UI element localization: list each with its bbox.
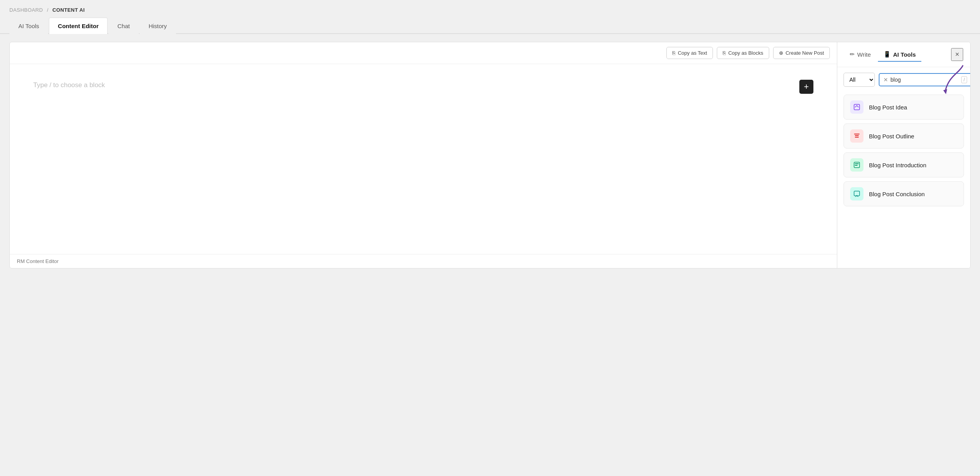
blog-post-conclusion-icon [850, 187, 863, 200]
close-button[interactable]: × [951, 48, 963, 61]
ai-tab-write[interactable]: ✏ Write [844, 48, 876, 62]
tool-blog-post-introduction[interactable]: Blog Post Introduction [844, 152, 964, 177]
copy-as-text-button[interactable]: ⎘ Copy as Text [666, 47, 713, 59]
copy-blocks-icon: ⎘ [723, 50, 726, 56]
editor-footer-label: RM Content Editor [17, 258, 59, 264]
svg-rect-3 [855, 135, 859, 136]
copy-as-blocks-button[interactable]: ⎘ Copy as Blocks [717, 47, 769, 59]
blog-post-idea-icon [850, 100, 863, 114]
editor-panel: ⎘ Copy as Text ⎘ Copy as Blocks ⊕ Create… [10, 42, 837, 268]
write-tab-label: Write [857, 51, 871, 58]
editor-footer: RM Content Editor [10, 254, 837, 268]
copy-blocks-label: Copy as Blocks [728, 50, 763, 56]
svg-rect-7 [855, 165, 858, 166]
svg-rect-2 [854, 134, 860, 134]
blog-post-outline-icon [850, 129, 863, 143]
ai-panel-header: ✏ Write 📱 AI Tools × [837, 42, 970, 67]
tool-blog-post-conclusion[interactable]: Blog Post Conclusion [844, 181, 964, 206]
copy-text-label: Copy as Text [678, 50, 707, 56]
search-input[interactable] [890, 77, 959, 83]
create-new-post-button[interactable]: ⊕ Create New Post [773, 47, 830, 59]
ai-tab-aitools[interactable]: 📱 AI Tools [878, 48, 921, 62]
tab-ai-tools[interactable]: AI Tools [9, 18, 48, 34]
breadcrumb-current: CONTENT AI [52, 7, 85, 13]
blog-post-conclusion-label: Blog Post Conclusion [869, 191, 925, 197]
filter-select[interactable]: All Blog Social Email [844, 73, 875, 87]
aitools-tab-label: AI Tools [893, 51, 916, 58]
breadcrumb-separator: / [47, 7, 48, 13]
breadcrumb: DASHBOARD / CONTENT AI [0, 0, 980, 17]
blog-post-idea-label: Blog Post Idea [869, 104, 907, 111]
ai-panel: ✏ Write 📱 AI Tools × All Blog Social Ema… [837, 42, 970, 268]
search-input-wrap: ✕ / [879, 73, 971, 86]
tab-history[interactable]: History [140, 18, 176, 34]
blog-post-introduction-label: Blog Post Introduction [869, 162, 926, 168]
main-content: ⎘ Copy as Text ⎘ Copy as Blocks ⊕ Create… [0, 34, 980, 276]
editor-container: ⎘ Copy as Text ⎘ Copy as Blocks ⊕ Create… [9, 42, 971, 268]
blog-post-introduction-icon [850, 158, 863, 172]
editor-toolbar: ⎘ Copy as Text ⎘ Copy as Blocks ⊕ Create… [10, 42, 837, 64]
add-block-icon: + [804, 82, 809, 91]
tool-blog-post-idea[interactable]: Blog Post Idea [844, 95, 964, 120]
create-post-icon: ⊕ [779, 50, 783, 56]
clear-search-icon[interactable]: ✕ [883, 77, 888, 83]
copy-text-icon: ⎘ [672, 50, 675, 56]
ai-search-row: All Blog Social Email ✕ / [837, 67, 970, 92]
tab-chat[interactable]: Chat [108, 18, 139, 34]
ai-tools-list: Blog Post Idea Blog Post Outline [837, 92, 970, 209]
breadcrumb-parent: DASHBOARD [9, 7, 43, 13]
svg-rect-4 [855, 137, 859, 138]
write-icon: ✏ [850, 51, 855, 58]
tab-content-editor[interactable]: Content Editor [49, 18, 108, 34]
blog-post-outline-label: Blog Post Outline [869, 133, 914, 140]
add-block-button[interactable]: + [799, 80, 813, 94]
editor-body[interactable]: Type / to choose a block + [10, 64, 837, 254]
slash-icon: / [961, 76, 967, 83]
tool-blog-post-outline[interactable]: Blog Post Outline [844, 123, 964, 149]
create-post-label: Create New Post [786, 50, 824, 56]
tabs-bar: AI Tools Content Editor Chat History [0, 17, 980, 34]
svg-rect-6 [855, 163, 859, 164]
editor-placeholder: Type / to choose a block [33, 80, 105, 89]
aitools-icon: 📱 [883, 51, 891, 58]
